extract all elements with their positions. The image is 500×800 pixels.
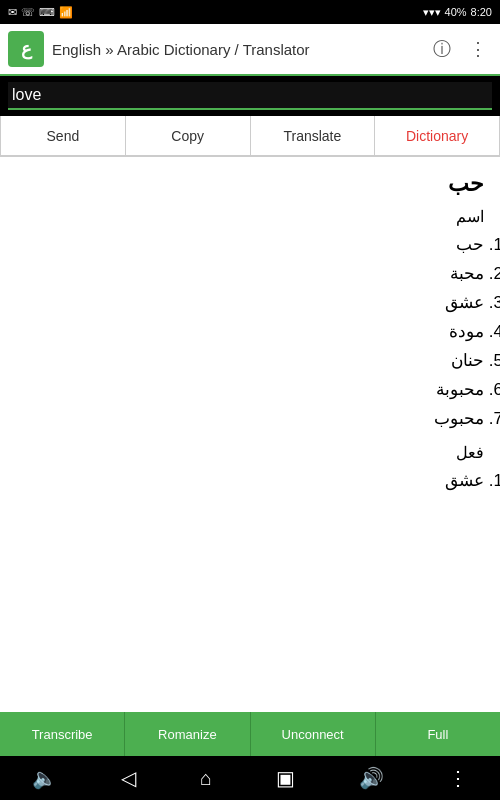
noun-section: اسم حب محبة عشق مودة حنان محبوبة محبوب [16, 207, 484, 433]
volume-icon[interactable]: 🔈 [32, 766, 57, 790]
list-item: حنان [44, 346, 484, 375]
time-text: 8:20 [471, 6, 492, 18]
list-item: محبة [44, 259, 484, 288]
search-input[interactable] [8, 82, 492, 110]
transcribe-button[interactable]: Transcribe [0, 712, 125, 756]
app-title: English » Arabic Dictionary / Translator [52, 41, 420, 58]
recents-icon[interactable]: ▣ [276, 766, 295, 790]
list-item: مودة [44, 317, 484, 346]
signal-icon: 📶 [59, 6, 73, 19]
action-buttons: Send Copy Translate Dictionary [0, 116, 500, 157]
list-item: محبوبة [44, 375, 484, 404]
app-logo: ع [8, 31, 44, 67]
list-item: عشق [44, 466, 484, 495]
list-item: حب [44, 230, 484, 259]
send-button[interactable]: Send [0, 116, 126, 156]
home-icon[interactable]: ⌂ [200, 767, 212, 790]
pos-noun-label: اسم [16, 207, 484, 226]
list-item: محبوب [44, 404, 484, 433]
copy-button[interactable]: Copy [126, 116, 251, 156]
battery-text: 40% [445, 6, 467, 18]
envelope-icon: ✉ [8, 6, 17, 19]
status-left: ✉ ☏ ⌨ 📶 [8, 6, 73, 19]
search-bar [0, 76, 500, 116]
verb-definitions-list: عشق [16, 466, 484, 495]
wifi-icon: ▾▾▾ [423, 6, 441, 19]
main-arabic-word: حب [16, 171, 484, 197]
unconnect-button[interactable]: Unconnect [251, 712, 376, 756]
keyboard-icon: ⌨ [39, 6, 55, 19]
noun-definitions-list: حب محبة عشق مودة حنان محبوبة محبوب [16, 230, 484, 433]
volume-up-icon[interactable]: 🔊 [359, 766, 384, 790]
back-icon[interactable]: ◁ [121, 766, 136, 790]
phone-icon: ☏ [21, 6, 35, 19]
full-button[interactable]: Full [376, 712, 500, 756]
list-item: عشق [44, 288, 484, 317]
status-right: ▾▾▾ 40% 8:20 [423, 6, 492, 19]
app-header: ع English » Arabic Dictionary / Translat… [0, 24, 500, 76]
bottom-action-bar: Transcribe Romanize Unconnect Full [0, 712, 500, 756]
overflow-icon[interactable]: ⋮ [448, 766, 468, 790]
pos-verb-label: فعل [16, 443, 484, 462]
nav-bar: 🔈 ◁ ⌂ ▣ 🔊 ⋮ [0, 756, 500, 800]
verb-section: فعل عشق [16, 443, 484, 495]
status-bar: ✉ ☏ ⌨ 📶 ▾▾▾ 40% 8:20 [0, 0, 500, 24]
main-content: حب اسم حب محبة عشق مودة حنان محبوبة محبو… [0, 157, 500, 712]
info-icon[interactable]: ⓘ [428, 35, 456, 63]
translate-button[interactable]: Translate [251, 116, 376, 156]
dictionary-button[interactable]: Dictionary [375, 116, 500, 156]
romanize-button[interactable]: Romanize [125, 712, 250, 756]
menu-icon[interactable]: ⋮ [464, 35, 492, 63]
